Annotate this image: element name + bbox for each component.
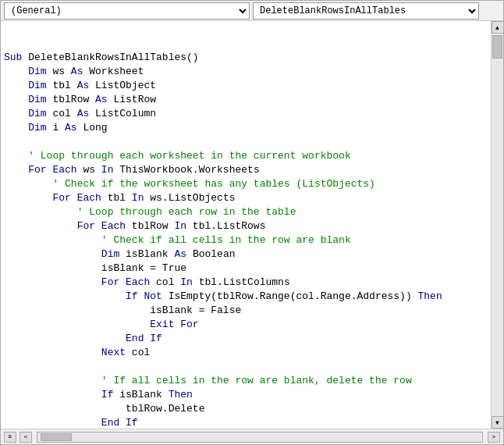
status-btn-left2[interactable]: < bbox=[20, 432, 32, 443]
scroll-thumb-v[interactable] bbox=[492, 35, 502, 59]
vertical-scrollbar: ▲ ▼ bbox=[491, 21, 503, 429]
code-editor[interactable]: Sub DeleteBlankRowsInAllTables() Dim ws … bbox=[1, 21, 491, 429]
status-btn-right[interactable]: > bbox=[488, 432, 500, 443]
horizontal-scrollbar[interactable] bbox=[37, 432, 483, 443]
scroll-track-v[interactable] bbox=[492, 34, 503, 416]
status-bar: ≡ < > bbox=[1, 429, 503, 444]
toolbar-row: (General) DeleteBlankRowsInAllTables bbox=[1, 1, 503, 21]
code-area: Sub DeleteBlankRowsInAllTables() Dim ws … bbox=[1, 21, 503, 429]
dropdown-general[interactable]: (General) bbox=[4, 2, 250, 20]
status-btn-left[interactable]: ≡ bbox=[4, 432, 16, 443]
vbe-window: (General) DeleteBlankRowsInAllTables Sub… bbox=[0, 0, 504, 445]
scroll-up-button[interactable]: ▲ bbox=[492, 21, 504, 34]
dropdown-procedure[interactable]: DeleteBlankRowsInAllTables bbox=[253, 2, 479, 20]
scroll-down-button[interactable]: ▼ bbox=[492, 416, 504, 429]
scroll-thumb-h[interactable] bbox=[41, 433, 72, 441]
